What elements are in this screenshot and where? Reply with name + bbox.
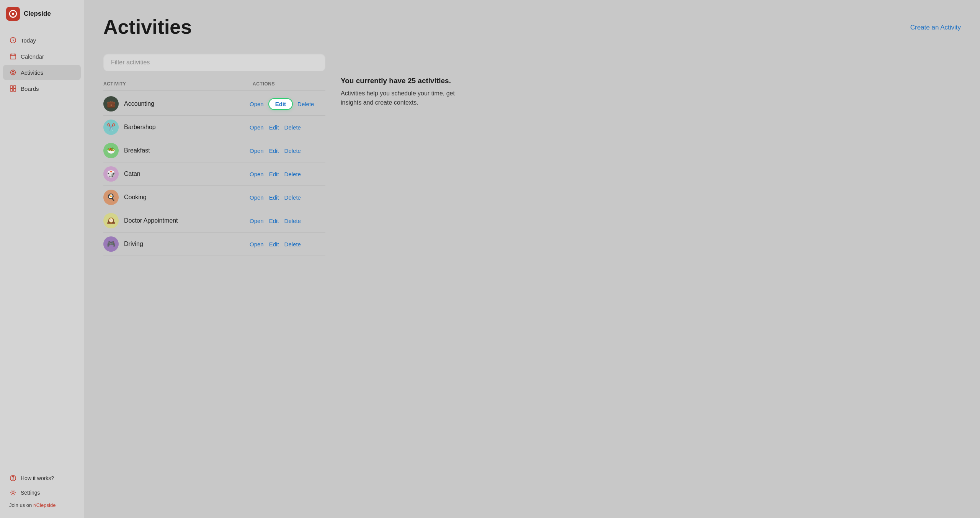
join-community-text: Join us on r/Clepside [6,500,78,510]
svg-rect-14 [13,86,16,88]
table-row: 🥗 Breakfast Open Edit Delete [103,139,325,162]
sidebar-header: Clepside [0,0,84,27]
svg-rect-13 [10,86,13,88]
open-button-breakfast[interactable]: Open [249,146,265,156]
info-description: Activities help you schedule your time, … [341,89,471,107]
sidebar-label-activities: Activities [21,69,43,76]
edit-button-doctor[interactable]: Edit [268,216,280,226]
filter-input-wrap [103,54,325,71]
activity-name-cell: 🍳 Cooking [103,190,249,205]
sidebar: Clepside Today Calendar [0,0,84,518]
svg-point-18 [13,480,13,480]
edit-button-driving[interactable]: Edit [268,239,280,249]
sidebar-item-calendar[interactable]: Calendar [3,49,81,64]
activity-icon-accounting: 💼 [103,96,119,111]
calendar-icon [9,52,17,60]
activity-name-cell: 🥗 Breakfast [103,143,249,158]
content-area: ACTIVITY ACTIONS 💼 Accounting Open Edit … [103,54,961,256]
activity-icon-driving: 🎮 [103,236,119,252]
info-panel: You currently have 25 activities. Activi… [341,54,471,107]
edit-button-barbershop[interactable]: Edit [268,123,280,132]
sidebar-label-boards: Boards [21,85,39,92]
open-button-catan[interactable]: Open [249,169,265,179]
help-icon [9,474,17,482]
activity-icon-barbershop: ✂️ [103,120,119,135]
activity-name-accounting: Accounting [124,100,154,107]
sidebar-label-calendar: Calendar [21,53,44,60]
sidebar-bottom: How it works? Settings Join us on r/Clep… [0,466,84,518]
table-row: 💼 Accounting Open Edit Delete [103,92,325,116]
open-button-doctor[interactable]: Open [249,216,265,226]
open-button-accounting[interactable]: Open [249,99,265,109]
gear-icon [9,489,17,497]
activity-name-catan: Catan [124,170,140,177]
edit-button-accounting[interactable]: Edit [268,98,293,110]
table-row: 🎮 Driving Open Edit Delete [103,233,325,256]
filter-input[interactable] [103,54,325,71]
svg-rect-3 [10,54,16,59]
how-it-works-button[interactable]: How it works? [6,471,78,485]
sidebar-item-activities[interactable]: Activities [3,65,81,80]
info-title: You currently have 25 activities. [341,77,471,85]
delete-button-driving[interactable]: Delete [284,239,302,249]
app-logo-icon [6,7,20,21]
col-header-actions: ACTIONS [249,81,325,87]
delete-button-accounting[interactable]: Delete [297,99,315,109]
svg-point-7 [11,70,16,75]
activity-actions-accounting: Open Edit Delete [249,98,325,110]
activity-name-breakfast: Breakfast [124,147,150,154]
svg-rect-15 [10,89,13,91]
edit-button-cooking[interactable]: Edit [268,193,280,202]
sidebar-item-boards[interactable]: Boards [3,81,81,96]
open-button-cooking[interactable]: Open [249,193,265,202]
delete-button-barbershop[interactable]: Delete [284,123,302,132]
edit-button-catan[interactable]: Edit [268,169,280,179]
table-row: ✂️ Barbershop Open Edit Delete [103,116,325,139]
delete-button-breakfast[interactable]: Delete [284,146,302,156]
delete-button-cooking[interactable]: Delete [284,193,302,202]
activity-actions-doctor: Open Edit Delete [249,216,325,226]
delete-button-catan[interactable]: Delete [284,169,302,179]
create-activity-button[interactable]: Create an Activity [910,21,961,34]
how-it-works-label: How it works? [21,475,54,481]
activity-name-doctor: Doctor Appointment [124,217,178,224]
activity-name-cell: 🎮 Driving [103,236,249,252]
settings-label: Settings [21,490,40,496]
activity-actions-catan: Open Edit Delete [249,169,325,179]
sidebar-nav: Today Calendar [0,27,84,466]
col-header-activity: ACTIVITY [103,81,249,87]
table-row: 🎲 Catan Open Edit Delete [103,162,325,186]
activity-name-cooking: Cooking [124,194,147,201]
join-link[interactable]: r/Clepside [33,502,56,508]
activity-name-cell: 🎲 Catan [103,166,249,182]
app-name: Clepside [24,10,51,18]
activity-actions-barbershop: Open Edit Delete [249,123,325,132]
main-content: Activities Create an Activity ACTIVITY A… [84,0,980,518]
sidebar-label-today: Today [21,37,36,44]
delete-button-doctor[interactable]: Delete [284,216,302,226]
page-title: Activities [103,15,192,38]
activity-name-driving: Driving [124,241,143,248]
open-button-barbershop[interactable]: Open [249,123,265,132]
sidebar-item-today[interactable]: Today [3,33,81,48]
table-row: 🕰️ Doctor Appointment Open Edit Delete [103,209,325,233]
activities-panel: ACTIVITY ACTIONS 💼 Accounting Open Edit … [103,54,325,256]
activity-name-cell: 🕰️ Doctor Appointment [103,213,249,228]
svg-point-1 [12,13,14,15]
activity-icon-cooking: 🍳 [103,190,119,205]
svg-rect-16 [13,89,16,91]
edit-button-breakfast[interactable]: Edit [268,146,280,156]
open-button-driving[interactable]: Open [249,239,265,249]
activity-actions-breakfast: Open Edit Delete [249,146,325,156]
svg-point-19 [12,492,14,493]
activities-icon [9,69,17,76]
activity-name-cell: ✂️ Barbershop [103,120,249,135]
activity-actions-cooking: Open Edit Delete [249,193,325,202]
activities-table: ACTIVITY ACTIONS 💼 Accounting Open Edit … [103,79,325,256]
activity-actions-driving: Open Edit Delete [249,239,325,249]
activity-icon-breakfast: 🥗 [103,143,119,158]
settings-button[interactable]: Settings [6,485,78,500]
main-header: Activities Create an Activity [103,15,961,38]
activity-icon-catan: 🎲 [103,166,119,182]
activity-name-cell: 💼 Accounting [103,96,249,111]
